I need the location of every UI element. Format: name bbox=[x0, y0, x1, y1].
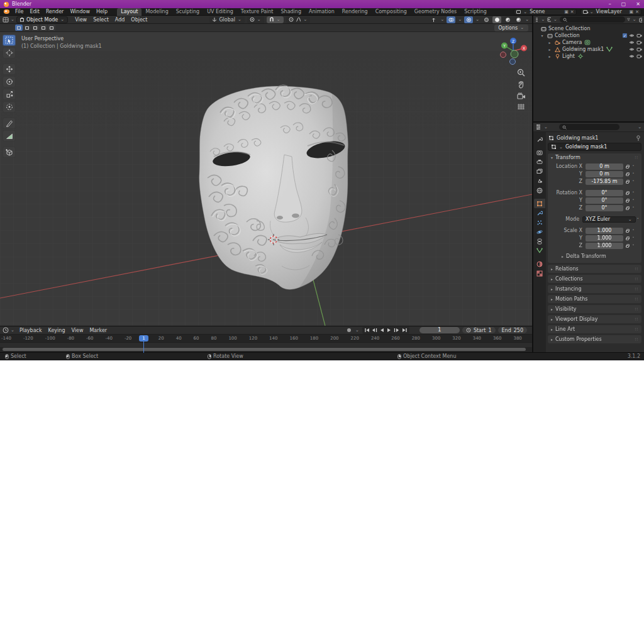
properties-search-input[interactable] bbox=[559, 124, 619, 130]
new-view-layer-icon[interactable]: ▣ bbox=[630, 9, 634, 14]
collapsed-panel[interactable]: ▸ Visibility ∷ bbox=[548, 305, 641, 313]
panel-grip-icon[interactable]: ∷ bbox=[635, 337, 638, 342]
outliner-row-light[interactable]: ▸ Light bbox=[533, 53, 644, 60]
animate-dot[interactable] bbox=[631, 243, 636, 248]
menu-item[interactable]: Select bbox=[90, 16, 112, 23]
workspace-tab[interactable]: Scripting bbox=[460, 8, 491, 16]
render-camera-icon[interactable] bbox=[636, 47, 642, 52]
new-collection-icon[interactable] bbox=[639, 17, 643, 23]
lock-icon[interactable] bbox=[623, 228, 631, 233]
snap-toggle[interactable]: ⌄ bbox=[267, 16, 284, 23]
move-tool[interactable] bbox=[3, 64, 16, 75]
tab-view-layer[interactable] bbox=[534, 167, 545, 176]
scrollbar-thumb[interactable] bbox=[3, 348, 526, 351]
collapsed-panel[interactable]: ▸ Viewport Display ∷ bbox=[548, 315, 641, 323]
shading-rendered-button[interactable] bbox=[514, 16, 523, 23]
select-mode-new-button[interactable] bbox=[15, 25, 23, 31]
scene-selector[interactable]: ⌄ Scene ▣ ✕ bbox=[514, 9, 576, 15]
select-mode-extend-button[interactable] bbox=[23, 25, 31, 31]
animate-dot[interactable] bbox=[636, 216, 640, 222]
outliner-row-camera[interactable]: ▸ Camera bbox=[533, 39, 644, 46]
properties-editor-icon[interactable] bbox=[535, 125, 541, 130]
start-frame-field[interactable]: Start 1 bbox=[462, 327, 496, 333]
timeline-editor-icon[interactable] bbox=[3, 327, 9, 333]
annotate-tool[interactable] bbox=[3, 118, 16, 129]
transform-orientation[interactable]: Global ⌄ bbox=[209, 16, 244, 23]
zoom-icon[interactable] bbox=[517, 69, 525, 77]
display-mode-icon[interactable] bbox=[547, 17, 551, 22]
scale-tool[interactable] bbox=[3, 89, 16, 100]
animate-dot[interactable] bbox=[631, 205, 636, 211]
value-field[interactable]: 1.000 bbox=[586, 235, 623, 242]
expand-icon[interactable]: ▸ bbox=[547, 40, 552, 45]
hide-eye-icon[interactable] bbox=[629, 40, 635, 45]
transform-panel-header[interactable]: ▾ Transform ∷ bbox=[548, 153, 641, 162]
value-field[interactable]: 0 m bbox=[586, 164, 623, 170]
value-field[interactable]: 0° bbox=[586, 190, 623, 196]
lock-icon[interactable] bbox=[623, 206, 631, 210]
menu-item[interactable]: Playback bbox=[16, 327, 45, 334]
value-field[interactable]: 1.000 bbox=[586, 228, 623, 234]
lock-icon[interactable] bbox=[623, 236, 631, 240]
lock-icon[interactable] bbox=[623, 198, 631, 203]
workspace-tab[interactable]: Compositing bbox=[372, 8, 411, 16]
tab-object-data[interactable] bbox=[534, 246, 545, 255]
show-overlays-toggle[interactable] bbox=[447, 16, 455, 23]
lock-icon[interactable] bbox=[623, 164, 631, 169]
animate-dot[interactable] bbox=[631, 164, 636, 169]
value-field[interactable]: -175.85 m bbox=[586, 179, 623, 185]
measure-tool[interactable] bbox=[3, 130, 16, 142]
add-cube-tool[interactable] bbox=[3, 147, 16, 158]
menu-item[interactable]: Add bbox=[112, 16, 128, 23]
tab-scene[interactable] bbox=[534, 176, 545, 186]
workspace-tab[interactable]: Sculpting bbox=[172, 8, 203, 16]
timeline-ruler[interactable]: -140-120-100-80-60-40-201204060801001201… bbox=[0, 335, 532, 342]
timeline-scrollbar[interactable] bbox=[0, 347, 532, 352]
menu-item[interactable]: Object bbox=[128, 16, 150, 23]
select-mode-invert-button[interactable] bbox=[40, 25, 47, 31]
transform-tool[interactable] bbox=[3, 101, 16, 113]
panel-grip-icon[interactable]: ∷ bbox=[635, 277, 638, 282]
breadcrumb-object-name[interactable]: Goldwing mask1 bbox=[557, 135, 598, 141]
tab-world[interactable] bbox=[534, 186, 545, 195]
filter-icon[interactable] bbox=[627, 17, 630, 22]
tab-material[interactable] bbox=[534, 259, 545, 269]
unlink-scene-icon[interactable]: ✕ bbox=[570, 9, 574, 14]
tab-object[interactable] bbox=[534, 199, 545, 208]
tab-tool[interactable] bbox=[534, 135, 545, 144]
workspace-tab[interactable]: UV Editing bbox=[203, 8, 237, 16]
expand-icon[interactable]: ▾ bbox=[540, 33, 545, 38]
animate-dot[interactable] bbox=[631, 197, 636, 203]
panel-grip-icon[interactable]: ∷ bbox=[635, 155, 638, 160]
outliner-search-input[interactable] bbox=[560, 16, 625, 23]
expand-icon[interactable]: ▸ bbox=[547, 54, 552, 58]
animate-dot[interactable] bbox=[631, 190, 636, 196]
orthographic-toggle-icon[interactable] bbox=[517, 103, 525, 110]
workspace-tab[interactable]: Animation bbox=[305, 8, 338, 16]
rotation-mode-select[interactable]: XYZ Euler ⌄ bbox=[582, 216, 636, 223]
expand-icon[interactable]: ▸ bbox=[547, 47, 552, 52]
collapsed-panel[interactable]: ▸ Motion Paths ∷ bbox=[548, 295, 641, 303]
menu-item[interactable]: View bbox=[72, 16, 90, 23]
menu-item[interactable]: Render bbox=[43, 8, 67, 15]
lock-icon[interactable] bbox=[623, 243, 631, 248]
play-reverse-button[interactable] bbox=[379, 328, 386, 333]
render-camera-icon[interactable] bbox=[636, 33, 642, 38]
prev-keyframe-button[interactable] bbox=[371, 328, 378, 333]
end-frame-field[interactable]: End 250 bbox=[498, 327, 527, 333]
mode-selector[interactable]: Object Mode ⌄ bbox=[16, 16, 68, 23]
value-field[interactable]: 0° bbox=[586, 197, 623, 204]
shading-wireframe-button[interactable] bbox=[482, 16, 491, 23]
xray-toggle[interactable] bbox=[464, 16, 473, 23]
view-layer-selector[interactable]: ⌄ ViewLayer ▣ ✕ bbox=[580, 9, 641, 15]
tab-constraints[interactable] bbox=[534, 236, 545, 246]
tab-modifiers[interactable] bbox=[534, 208, 545, 218]
menu-item[interactable]: Marker bbox=[86, 327, 110, 334]
options-button[interactable]: Options ⌄ bbox=[494, 25, 528, 31]
animate-dot[interactable] bbox=[631, 171, 636, 177]
workspace-tab[interactable]: Modeling bbox=[142, 8, 172, 16]
rotate-tool[interactable] bbox=[3, 76, 16, 87]
camera-view-icon[interactable] bbox=[517, 92, 526, 99]
menu-item[interactable]: View bbox=[68, 327, 86, 334]
value-field[interactable]: 1.000 bbox=[586, 243, 623, 249]
